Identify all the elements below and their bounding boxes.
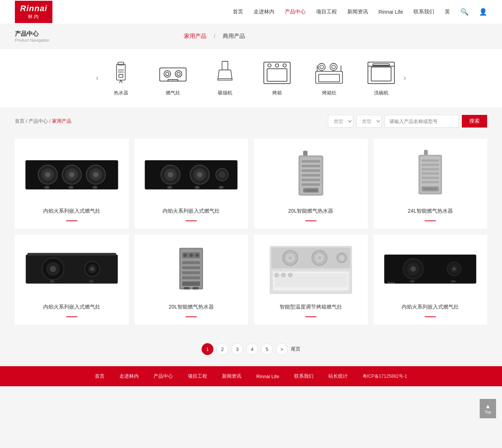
svg-point-118 bbox=[288, 273, 292, 277]
category-water-heater[interactable]: 热水器 bbox=[106, 60, 136, 96]
product-center-title: 产品中心 bbox=[15, 30, 49, 38]
range-hood-icon bbox=[210, 60, 240, 86]
nav-projects[interactable]: 项目工程 bbox=[316, 9, 337, 15]
nav-commercial-products[interactable]: 商用产品 bbox=[223, 33, 245, 40]
svg-point-99 bbox=[189, 253, 193, 257]
page-2[interactable]: 2 bbox=[216, 343, 228, 355]
nav-lang[interactable]: 英 bbox=[445, 9, 450, 15]
svg-point-11 bbox=[177, 72, 180, 75]
footer-home[interactable]: 首页 bbox=[95, 373, 104, 380]
category-oven[interactable]: 烤箱 bbox=[262, 60, 292, 96]
product-name-5: 内焰火系列嵌入式燃气灶 bbox=[43, 304, 100, 310]
product-card-7[interactable]: 智能型温度调节烤箱燃气灶 bbox=[254, 235, 368, 325]
category-gas-stove[interactable]: 燃气灶 bbox=[158, 60, 188, 96]
svg-rect-30 bbox=[371, 67, 391, 81]
product-card-4[interactable]: 24L智能燃气热水器 bbox=[374, 139, 487, 229]
product-underline-3 bbox=[305, 220, 316, 221]
search-input[interactable] bbox=[384, 115, 459, 128]
svg-rect-74 bbox=[422, 168, 439, 170]
product-name-7: 智能型温度调节烤箱燃气灶 bbox=[280, 304, 342, 310]
footer-products[interactable]: 产品中心 bbox=[154, 373, 173, 380]
page-next[interactable]: > bbox=[276, 343, 288, 355]
svg-rect-69 bbox=[424, 150, 428, 155]
category-label-dishwasher: 洗碗机 bbox=[374, 90, 389, 96]
products-grid: 内焰火系列嵌入式燃气灶 bbox=[15, 139, 487, 325]
svg-point-42 bbox=[93, 172, 99, 177]
svg-line-2 bbox=[119, 80, 121, 83]
svg-point-112 bbox=[339, 255, 344, 261]
nav-contact[interactable]: 联系我们 bbox=[413, 9, 434, 15]
footer-projects[interactable]: 项目工程 bbox=[188, 373, 207, 380]
product-card-5[interactable]: 内焰火系列嵌入式燃气灶 bbox=[15, 235, 129, 325]
nav-home[interactable]: 首页 bbox=[233, 9, 243, 15]
product-underline-6 bbox=[186, 316, 197, 317]
svg-rect-68 bbox=[305, 190, 317, 191]
footer-news[interactable]: 新闻资讯 bbox=[222, 373, 241, 380]
nav-products[interactable]: 产品中心 bbox=[285, 9, 306, 15]
type-select-2[interactable]: 类型 bbox=[356, 115, 382, 128]
page-last[interactable]: 尾页 bbox=[291, 343, 300, 355]
svg-rect-126 bbox=[410, 280, 415, 283]
nav-news[interactable]: 新闻资讯 bbox=[347, 9, 368, 15]
carousel-wrapper: ‹ 热水器 bbox=[0, 60, 502, 96]
product-image-1 bbox=[22, 146, 121, 202]
breadcrumb-current: 家用产品 bbox=[52, 118, 71, 124]
svg-rect-73 bbox=[422, 164, 439, 166]
footer-stats[interactable]: 站长统计 bbox=[328, 373, 348, 380]
footer-icp: 粤ICP备17125882号-1 bbox=[363, 373, 407, 380]
product-card-6[interactable]: 20L智能燃气热水器 bbox=[135, 235, 248, 325]
nav-about[interactable]: 走进林内 bbox=[254, 9, 274, 15]
footer-contact[interactable]: 联系我们 bbox=[294, 373, 313, 380]
search-icon[interactable]: 🔍 bbox=[460, 8, 469, 16]
product-image-7 bbox=[261, 242, 360, 298]
svg-point-26 bbox=[332, 65, 335, 69]
svg-point-10 bbox=[175, 71, 182, 77]
nav-rinnai-life[interactable]: Rinnai Life bbox=[379, 9, 403, 15]
product-underline-7 bbox=[305, 316, 316, 317]
breadcrumb-home[interactable]: 首页 bbox=[15, 118, 25, 124]
product-card-1[interactable]: 内焰火系列嵌入式燃气灶 bbox=[15, 139, 129, 229]
search-button[interactable]: 搜索 bbox=[462, 115, 487, 128]
product-underline-8 bbox=[425, 316, 436, 317]
category-label-gas-stove: 燃气灶 bbox=[166, 90, 180, 96]
category-range-hood[interactable]: 吸烟机 bbox=[210, 60, 240, 96]
product-center-subtitle: Product Navigation bbox=[15, 38, 49, 42]
page-3[interactable]: 3 bbox=[231, 343, 243, 355]
footer-about[interactable]: 走进林内 bbox=[119, 373, 139, 380]
svg-point-98 bbox=[183, 253, 187, 257]
category-section: ‹ 热水器 bbox=[0, 49, 502, 107]
product-name-4: 24L智能燃气热水器 bbox=[408, 208, 453, 215]
nav-home-products[interactable]: 家用产品 bbox=[184, 33, 206, 40]
oven-icon bbox=[262, 60, 292, 86]
svg-rect-97 bbox=[182, 281, 200, 286]
svg-rect-88 bbox=[89, 280, 94, 283]
product-card-3[interactable]: 20L智能燃气热水器 bbox=[254, 139, 368, 229]
svg-rect-13 bbox=[222, 61, 228, 70]
product-image-3 bbox=[261, 146, 360, 202]
carousel-prev[interactable]: ‹ bbox=[89, 73, 106, 83]
page-1[interactable]: 1 bbox=[202, 343, 213, 355]
svg-point-24 bbox=[320, 65, 324, 69]
page-4[interactable]: 4 bbox=[246, 343, 258, 355]
product-underline-1 bbox=[66, 220, 77, 221]
svg-line-3 bbox=[121, 80, 122, 83]
product-image-8: Rinnai bbox=[381, 242, 480, 298]
product-card-2[interactable]: 内焰火系列嵌入式燃气灶 bbox=[135, 139, 248, 229]
carousel-next[interactable]: › bbox=[396, 73, 413, 83]
svg-rect-4 bbox=[119, 74, 123, 77]
category-dishwasher[interactable]: 洗碗机 bbox=[366, 60, 396, 96]
oven-stove-icon bbox=[314, 60, 344, 86]
type-select-1[interactable]: 类型 bbox=[328, 115, 353, 128]
product-name-1: 内焰火系列嵌入式燃气灶 bbox=[43, 208, 100, 215]
product-card-8[interactable]: Rinnai 内焰火系列嵌入式燃气灶 bbox=[374, 235, 487, 325]
svg-point-110 bbox=[318, 256, 321, 260]
footer-rinnai-life[interactable]: Rinnai Life bbox=[256, 374, 279, 379]
svg-rect-96 bbox=[182, 276, 200, 279]
category-oven-stove[interactable]: 烤箱灶 bbox=[314, 60, 344, 96]
logo[interactable]: Rinnai 林内 bbox=[15, 1, 52, 23]
svg-rect-63 bbox=[302, 170, 320, 172]
svg-rect-22 bbox=[319, 74, 340, 82]
user-icon[interactable]: 👤 bbox=[479, 8, 487, 16]
breadcrumb-products[interactable]: 产品中心 bbox=[29, 118, 48, 124]
page-5[interactable]: 5 bbox=[261, 343, 273, 355]
